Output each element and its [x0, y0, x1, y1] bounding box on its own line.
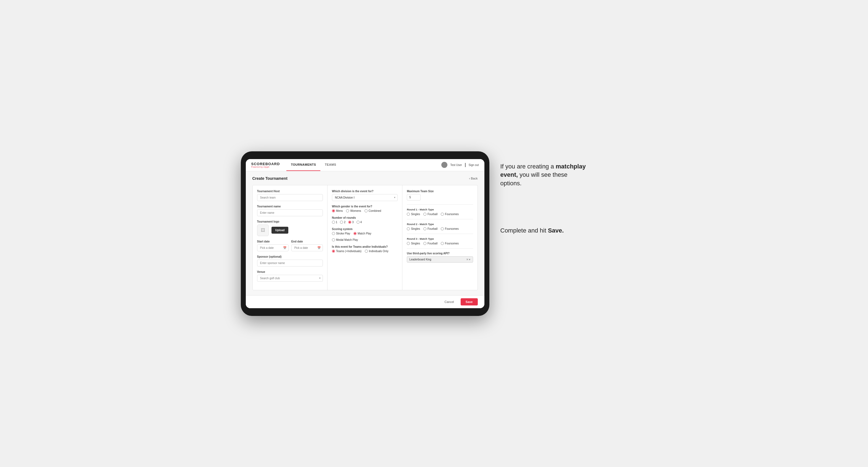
round2-fourball[interactable]: Fourball	[423, 227, 437, 230]
round1-singles-radio[interactable]	[407, 213, 410, 216]
round2-singles-radio[interactable]	[407, 227, 410, 230]
start-date-input[interactable]	[257, 244, 288, 251]
image-icon: 🖼	[261, 228, 265, 233]
round3-foursomes[interactable]: Foursomes	[441, 242, 459, 245]
round3-foursomes-radio[interactable]	[441, 242, 444, 245]
scoring-match-play-radio[interactable]	[353, 232, 356, 235]
tablet-screen: SCOREBOARD Powered by clippit TOURNAMENT…	[246, 159, 485, 308]
save-button[interactable]: Save	[461, 298, 478, 306]
scoring-medal-match-play[interactable]: Medal Match Play	[332, 238, 358, 241]
round3-radio-group: Singles Fourball Foursomes	[407, 242, 473, 245]
round-1-radio[interactable]	[332, 221, 335, 224]
end-date-wrapper: 📅	[291, 244, 323, 251]
sign-out-link[interactable]: Sign out	[469, 163, 479, 166]
tournament-host-input[interactable]	[257, 194, 323, 201]
scoring-medal-match-play-radio[interactable]	[332, 238, 335, 241]
individuals-radio[interactable]	[365, 250, 368, 253]
division-label: Which division is the event for?	[332, 190, 398, 193]
individuals-option[interactable]: Individuals Only	[365, 250, 389, 253]
end-date-label: End date	[291, 240, 323, 243]
teams-radio[interactable]	[332, 250, 335, 253]
date-grid: Start date 📅 End date	[257, 240, 323, 251]
form-col-1: Tournament Host Tournament name Tourname…	[253, 185, 328, 290]
round-3-radio[interactable]	[348, 221, 351, 224]
start-date-wrapper: 📅	[257, 244, 288, 251]
gender-combined[interactable]: Combined	[365, 209, 381, 212]
round1-foursomes[interactable]: Foursomes	[441, 213, 459, 216]
round2-fourball-radio[interactable]	[423, 227, 426, 230]
tablet-frame: SCOREBOARD Powered by clippit TOURNAMENT…	[241, 151, 489, 316]
rounds-label: Number of rounds	[332, 216, 398, 219]
brand-sub: Powered by clippit	[251, 166, 280, 168]
nav-right: Test User | Sign out	[441, 162, 478, 168]
gender-mens[interactable]: Mens	[332, 209, 343, 212]
teams-label: Is this event for Teams and/or Individua…	[332, 245, 398, 248]
annotation-save-bold: Save.	[548, 227, 564, 234]
api-remove-icon[interactable]: ✕ ▾	[466, 258, 471, 261]
venue-select-wrapper: ▾	[257, 275, 323, 282]
api-tag[interactable]: Leaderboard King ✕ ▾	[407, 256, 473, 262]
round3-match-type-section: Round 3 - Match Type Singles Fourball	[407, 237, 473, 245]
round1-fourball-radio[interactable]	[423, 213, 426, 216]
back-link[interactable]: Back	[469, 177, 477, 180]
gender-womens[interactable]: Womens	[346, 209, 361, 212]
page-title: Create Tournament	[252, 176, 287, 181]
round1-foursomes-radio[interactable]	[441, 213, 444, 216]
gender-combined-radio[interactable]	[365, 209, 368, 212]
upload-button[interactable]: Upload	[272, 227, 288, 234]
venue-field: Venue ▾	[257, 270, 323, 282]
sponsor-field: Sponsor (optional)	[257, 255, 323, 267]
divider-3	[407, 234, 473, 234]
cancel-button[interactable]: Cancel	[441, 298, 458, 306]
round1-match-type-label: Round 1 - Match Type	[407, 208, 473, 211]
max-team-size-label: Maximum Team Size	[407, 190, 473, 193]
round3-singles-radio[interactable]	[407, 242, 410, 245]
round2-foursomes[interactable]: Foursomes	[441, 227, 459, 230]
max-team-size-input[interactable]	[407, 194, 421, 200]
brand: SCOREBOARD Powered by clippit	[251, 162, 280, 168]
end-date-input[interactable]	[291, 244, 323, 251]
round-2-radio[interactable]	[340, 221, 343, 224]
tournament-host-label: Tournament Host	[257, 190, 323, 193]
round-3[interactable]: 3	[348, 221, 354, 224]
round-4-radio[interactable]	[356, 221, 360, 224]
scoring-match-play[interactable]: Match Play	[353, 232, 371, 235]
tournament-name-field: Tournament name	[257, 205, 323, 216]
rounds-field: Number of rounds 1 2	[332, 216, 398, 224]
tournament-name-label: Tournament name	[257, 205, 323, 208]
scoring-stroke-play[interactable]: Stroke Play	[332, 232, 350, 235]
venue-input[interactable]	[257, 275, 323, 282]
round-4[interactable]: 4	[356, 221, 362, 224]
form-col-3: Maximum Team Size Round 1 - Match Type S…	[402, 185, 477, 290]
round2-radio-group: Singles Fourball Foursomes	[407, 227, 473, 230]
round1-singles[interactable]: Singles	[407, 213, 420, 216]
tournament-host-field: Tournament Host	[257, 190, 323, 201]
scoring-stroke-play-radio[interactable]	[332, 232, 335, 235]
division-select[interactable]: NCAA Division I	[332, 194, 398, 201]
division-select-wrapper: NCAA Division I ▾	[332, 194, 398, 201]
round2-singles[interactable]: Singles	[407, 227, 420, 230]
round-1[interactable]: 1	[332, 221, 338, 224]
page-wrapper: SCOREBOARD Powered by clippit TOURNAMENT…	[241, 151, 627, 316]
round3-fourball-radio[interactable]	[423, 242, 426, 245]
tournament-logo-field: Tournament logo 🖼 Upload	[257, 220, 323, 236]
gender-combined-label: Combined	[369, 209, 381, 212]
round3-fourball[interactable]: Fourball	[423, 242, 437, 245]
teams-radio-group: Teams (+Individuals) Individuals Only	[332, 250, 398, 253]
scoring-field: Scoring system Stroke Play Match Play	[332, 227, 398, 241]
gender-mens-radio[interactable]	[332, 209, 335, 212]
gender-womens-radio[interactable]	[346, 209, 349, 212]
tab-teams[interactable]: TEAMS	[320, 159, 341, 171]
round-2[interactable]: 2	[340, 221, 345, 224]
tab-tournaments[interactable]: TOURNAMENTS	[286, 159, 320, 171]
round1-fourball[interactable]: Fourball	[423, 213, 437, 216]
sponsor-input[interactable]	[257, 259, 323, 267]
tournament-name-input[interactable]	[257, 209, 323, 216]
round3-singles[interactable]: Singles	[407, 242, 420, 245]
nav-separator: |	[465, 162, 466, 167]
teams-option[interactable]: Teams (+Individuals)	[332, 250, 362, 253]
round2-foursomes-radio[interactable]	[441, 227, 444, 230]
main-content: Create Tournament Back Tournament Host T…	[246, 171, 485, 295]
gender-mens-label: Mens	[336, 209, 343, 212]
tournament-logo-label: Tournament logo	[257, 220, 323, 223]
